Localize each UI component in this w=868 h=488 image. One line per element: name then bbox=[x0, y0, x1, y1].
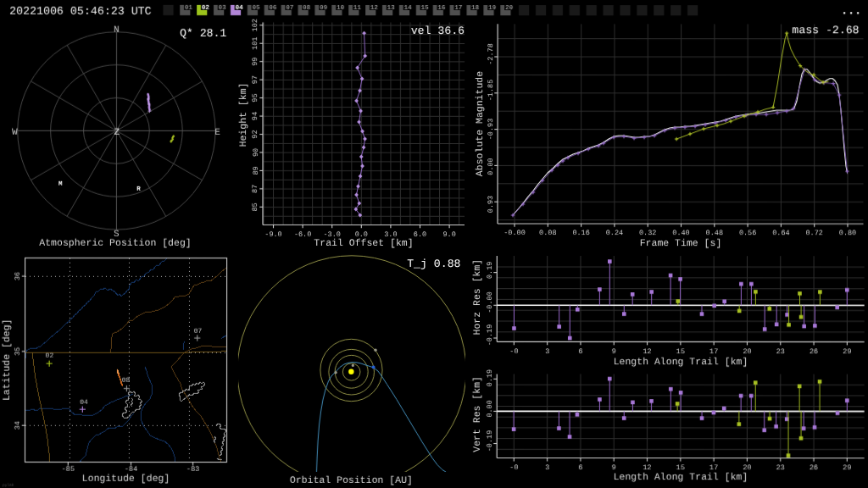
svg-text:Z: Z bbox=[114, 128, 120, 138]
svg-text:-0.19: -0.19 bbox=[486, 324, 494, 347]
svg-text:0.19: 0.19 bbox=[486, 262, 494, 279]
svg-text:-0: -0 bbox=[509, 463, 518, 472]
svg-text:pylab: pylab bbox=[3, 482, 14, 487]
svg-text:6: 6 bbox=[578, 347, 582, 356]
svg-text:Absolute Magnitude: Absolute Magnitude bbox=[475, 71, 486, 176]
svg-text:0.93: 0.93 bbox=[487, 196, 495, 213]
svg-text:-0: -0 bbox=[509, 347, 518, 356]
svg-text:Orbital Position [AU]: Orbital Position [AU] bbox=[290, 474, 413, 485]
svg-text:N: N bbox=[114, 25, 120, 36]
svg-text:-84: -84 bbox=[125, 465, 137, 474]
svg-text:9: 9 bbox=[612, 348, 616, 357]
svg-text:11: 11 bbox=[353, 5, 362, 12]
svg-text:101: 101 bbox=[252, 37, 260, 50]
svg-text:02: 02 bbox=[202, 3, 210, 11]
svg-text:0.72: 0.72 bbox=[806, 229, 823, 237]
svg-text:Longitude [deg]: Longitude [deg] bbox=[82, 474, 170, 485]
svg-text:3: 3 bbox=[545, 347, 549, 356]
svg-text:15: 15 bbox=[676, 463, 685, 472]
svg-text:12: 12 bbox=[643, 348, 651, 357]
svg-text:20221006 05:46:23 UTC: 20221006 05:46:23 UTC bbox=[9, 5, 152, 18]
svg-text:Q* 28.1: Q* 28.1 bbox=[180, 27, 226, 40]
svg-text:0.64: 0.64 bbox=[772, 229, 789, 237]
svg-text:W: W bbox=[12, 127, 18, 137]
svg-text:3: 3 bbox=[545, 463, 549, 472]
svg-text:05: 05 bbox=[253, 3, 261, 11]
svg-text:-0.19: -0.19 bbox=[486, 430, 494, 452]
svg-text:Length Along Trail [km]: Length Along Trail [km] bbox=[614, 357, 748, 368]
svg-text:-83: -83 bbox=[186, 465, 199, 474]
svg-text:18: 18 bbox=[471, 4, 480, 12]
svg-text:13: 13 bbox=[387, 4, 396, 12]
svg-text:6.0: 6.0 bbox=[414, 230, 426, 238]
svg-text:17: 17 bbox=[709, 348, 718, 357]
svg-text:-2.78: -2.78 bbox=[487, 43, 495, 65]
svg-text:94: 94 bbox=[252, 112, 260, 120]
svg-text:29: 29 bbox=[843, 348, 851, 357]
svg-text:Height [km]: Height [km] bbox=[238, 82, 249, 147]
svg-text:17: 17 bbox=[709, 463, 718, 472]
svg-text:-85: -85 bbox=[62, 465, 75, 474]
svg-text:-6.0: -6.0 bbox=[294, 230, 311, 238]
svg-text:89: 89 bbox=[252, 166, 260, 175]
svg-text:26: 26 bbox=[810, 348, 818, 357]
svg-text:Trail Offset [km]: Trail Offset [km] bbox=[314, 238, 413, 249]
svg-text:10: 10 bbox=[337, 4, 345, 12]
svg-text:M: M bbox=[58, 181, 63, 188]
svg-text:0.08: 0.08 bbox=[539, 229, 556, 237]
svg-text:0.48: 0.48 bbox=[706, 229, 723, 237]
svg-text:Horz Res [km]: Horz Res [km] bbox=[472, 259, 483, 336]
svg-text:14: 14 bbox=[404, 5, 413, 12]
svg-text:95: 95 bbox=[252, 93, 260, 102]
svg-text:vel 36.6: vel 36.6 bbox=[411, 25, 465, 37]
svg-text:0.16: 0.16 bbox=[572, 229, 589, 237]
svg-text:T_j 0.88: T_j 0.88 bbox=[407, 257, 460, 269]
svg-text:34: 34 bbox=[14, 421, 22, 430]
svg-text:-9.0: -9.0 bbox=[264, 230, 281, 238]
svg-text:9: 9 bbox=[612, 463, 616, 472]
svg-text:-0.00: -0.00 bbox=[486, 291, 494, 313]
svg-text:09: 09 bbox=[320, 4, 328, 12]
svg-text:0.19: 0.19 bbox=[486, 369, 494, 386]
svg-text:Frame Time [s]: Frame Time [s] bbox=[640, 238, 722, 249]
svg-text:0.56: 0.56 bbox=[739, 229, 756, 237]
svg-text:20: 20 bbox=[743, 348, 751, 357]
svg-text:04: 04 bbox=[236, 3, 244, 11]
svg-text:20: 20 bbox=[505, 4, 514, 12]
svg-text:102: 102 bbox=[252, 19, 260, 31]
svg-text:08: 08 bbox=[122, 376, 131, 384]
svg-text:92: 92 bbox=[252, 130, 260, 138]
svg-text:0.80: 0.80 bbox=[839, 229, 856, 237]
svg-text:Vert Res [km]: Vert Res [km] bbox=[472, 376, 483, 452]
svg-text:Latitude [deg]: Latitude [deg] bbox=[2, 319, 13, 401]
svg-text:36: 36 bbox=[14, 272, 22, 280]
svg-text:90: 90 bbox=[252, 148, 260, 157]
svg-text:02: 02 bbox=[46, 352, 54, 360]
svg-text:23: 23 bbox=[776, 348, 785, 357]
svg-text:15: 15 bbox=[676, 348, 685, 357]
svg-text:12: 12 bbox=[370, 4, 379, 12]
svg-text:16: 16 bbox=[437, 4, 446, 12]
svg-text:mass -2.68: mass -2.68 bbox=[792, 24, 859, 36]
svg-text:97: 97 bbox=[252, 75, 260, 84]
svg-text:0.00: 0.00 bbox=[486, 400, 494, 417]
svg-text:19: 19 bbox=[488, 4, 497, 12]
svg-text:R: R bbox=[136, 186, 141, 193]
svg-text:Atmospheric Position [deg]: Atmospheric Position [deg] bbox=[39, 238, 191, 249]
svg-text:08: 08 bbox=[303, 4, 311, 12]
svg-text:04: 04 bbox=[80, 399, 88, 407]
svg-text:15: 15 bbox=[421, 5, 430, 12]
svg-text:07: 07 bbox=[286, 4, 294, 12]
svg-text:06: 06 bbox=[269, 3, 277, 11]
svg-text:-1.85: -1.85 bbox=[487, 80, 495, 102]
svg-text:26: 26 bbox=[810, 463, 818, 472]
svg-text:6: 6 bbox=[578, 463, 582, 472]
svg-text:Length Along Trail [km]: Length Along Trail [km] bbox=[613, 472, 748, 483]
svg-text:01: 01 bbox=[185, 3, 193, 11]
svg-text:0.24: 0.24 bbox=[606, 229, 623, 237]
svg-text:9.0: 9.0 bbox=[442, 230, 455, 239]
svg-text:87: 87 bbox=[252, 185, 260, 193]
svg-text:29: 29 bbox=[843, 463, 851, 472]
svg-text:0.00: 0.00 bbox=[487, 158, 495, 175]
svg-text:07: 07 bbox=[194, 327, 203, 335]
